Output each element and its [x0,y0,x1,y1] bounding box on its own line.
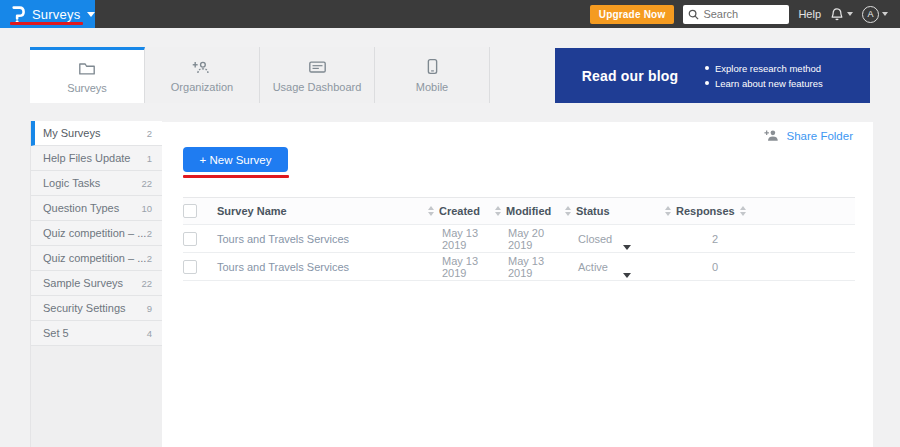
column-header-responses[interactable]: Responses [665,205,755,217]
table-row: Tours and Travels Services May 13 2019 M… [183,253,855,281]
tab-label: Usage Dashboard [273,81,362,93]
status-caret-icon[interactable] [623,245,631,250]
column-header-label: Created [439,205,480,217]
sidebar-item-count: 10 [141,203,152,214]
sidebar-item-count: 2 [147,253,152,264]
sidebar-item-set-5[interactable]: Set 5 4 [31,321,162,346]
tab-label: Surveys [67,82,107,94]
notifications-caret-icon [847,12,853,16]
folder-icon [78,59,96,76]
sort-icon[interactable] [565,206,571,216]
sidebar-item-count: 4 [147,328,152,339]
tab-organization[interactable]: Organization [145,47,260,103]
tab-surveys[interactable]: Surveys [30,47,145,103]
dashboard-icon [308,58,327,75]
account-caret-icon [882,12,888,16]
sort-icon[interactable] [428,206,434,216]
created-date: May 13 2019 [428,255,495,279]
responses-count: 0 [665,261,755,273]
upgrade-now-button[interactable]: Upgrade Now [590,5,675,24]
created-date: May 13 2019 [428,227,495,251]
sidebar-item-count: 2 [147,128,152,139]
column-header-created[interactable]: Created [428,205,495,217]
sidebar-item-count: 9 [147,303,152,314]
sidebar-item-question-types[interactable]: Question Types 10 [31,196,162,221]
sort-icon[interactable] [740,206,746,216]
tab-label: Organization [171,81,233,93]
sidebar-item-my-surveys[interactable]: My Surveys 2 [31,121,162,146]
share-folder-icon [764,129,780,142]
select-all-checkbox[interactable] [183,204,197,218]
search-icon [688,9,699,20]
bell-icon [830,7,844,22]
row-checkbox[interactable] [183,232,197,246]
sidebar-item-quiz-competition-1[interactable]: Quiz competition – ... 2 [31,221,162,246]
sort-icon[interactable] [665,206,671,216]
avatar: A [862,6,879,23]
sidebar-item-security-settings[interactable]: Security Settings 9 [31,296,162,321]
table-header-row: Survey Name Created Modified Status Resp… [183,197,855,225]
tab-label: Mobile [416,81,448,93]
annotation-underline-new-survey [183,175,289,178]
sidebar-item-sample-surveys[interactable]: Sample Surveys 22 [31,271,162,296]
column-header-modified[interactable]: Modified [495,205,565,217]
column-header-label: Modified [506,205,551,217]
status-caret-icon[interactable] [623,273,631,278]
modified-date: May 20 2019 [495,227,565,251]
annotation-underline-brand [10,22,83,25]
mobile-icon [427,58,438,75]
modified-date: May 13 2019 [495,255,565,279]
row-checkbox[interactable] [183,260,197,274]
sidebar-item-logic-tasks[interactable]: Logic Tasks 22 [31,171,162,196]
sort-icon[interactable] [495,206,501,216]
status-dropdown[interactable]: Active [565,261,665,273]
sidebar-item-label: Security Settings [43,302,126,314]
tab-mobile[interactable]: Mobile [375,47,490,103]
column-header-label: Status [576,205,610,217]
sidebar-item-count: 22 [141,178,152,189]
search-input[interactable] [703,8,783,20]
sidebar-item-help-files-update[interactable]: Help Files Update 1 [31,146,162,171]
status-dropdown[interactable]: Closed [565,233,665,245]
survey-name-link[interactable]: Tours and Travels Services [217,233,428,245]
blog-bullet: Explore research method [705,63,823,74]
share-folder-label: Share Folder [787,130,853,142]
primary-tabs: Surveys Organization Usage Dashboard Mob… [30,47,490,103]
search-box[interactable] [683,5,789,24]
status-value: Active [565,261,608,273]
brand-caret-icon [87,12,95,17]
new-survey-button[interactable]: + New Survey [183,147,288,172]
status-value: Closed [565,233,612,245]
proprofs-logo-icon [11,5,25,24]
column-header-survey-name[interactable]: Survey Name [217,205,428,217]
column-header-label: Responses [676,205,735,217]
share-folder-link[interactable]: Share Folder [764,129,853,142]
sidebar-item-label: Quiz competition – ... [43,227,146,239]
sidebar-item-label: My Surveys [43,127,100,139]
responses-count: 2 [665,233,755,245]
sidebar-item-label: Set 5 [43,327,69,339]
sidebar-item-label: Quiz competition – ... [43,252,146,264]
blog-banner[interactable]: Read our blog Explore research method Le… [555,48,870,103]
blog-banner-bullets: Explore research method Learn about new … [705,59,823,93]
account-menu[interactable]: A [862,6,888,23]
column-header-status[interactable]: Status [565,205,665,217]
sidebar-item-label: Help Files Update [43,152,130,164]
help-link[interactable]: Help [798,8,821,20]
brand-label: Surveys [32,7,80,22]
sidebar-item-count: 1 [147,153,152,164]
folders-sidebar: My Surveys 2 Help Files Update 1 Logic T… [30,121,162,447]
tab-usage-dashboard[interactable]: Usage Dashboard [260,47,375,103]
table-row: Tours and Travels Services May 13 2019 M… [183,225,855,253]
notifications-menu[interactable] [830,7,853,22]
top-bar: Surveys Upgrade Now Help A [0,0,900,28]
sidebar-item-label: Sample Surveys [43,277,123,289]
blog-bullet: Learn about new features [705,78,823,89]
sidebar-item-label: Question Types [43,202,119,214]
survey-name-link[interactable]: Tours and Travels Services [217,261,428,273]
sidebar-item-label: Logic Tasks [43,177,100,189]
sidebar-item-quiz-competition-2[interactable]: Quiz competition – ... 2 [31,246,162,271]
blog-banner-title: Read our blog [555,68,705,84]
surveys-table: Survey Name Created Modified Status Resp… [183,197,855,281]
main-panel: Share Folder + New Survey Survey Name Cr… [162,122,873,447]
